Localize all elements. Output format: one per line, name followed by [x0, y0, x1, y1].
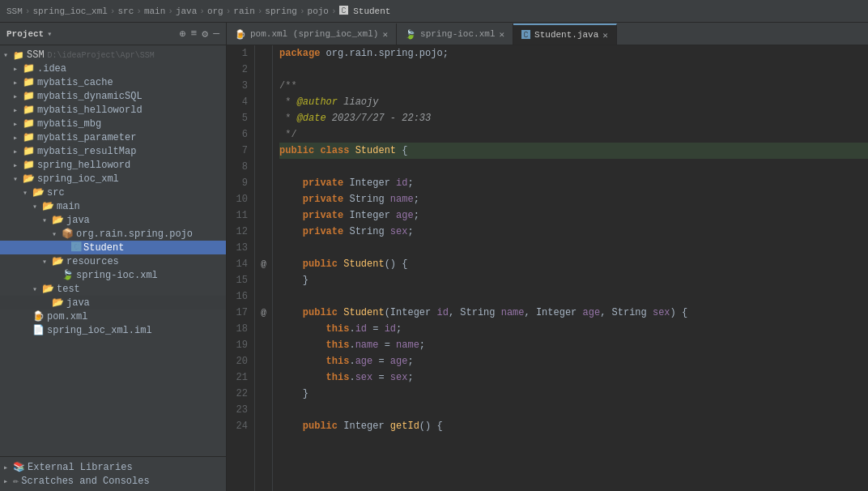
tabs-bar: 🍺 pom.xml (spring_ioc_xml) ✕ 🍃 spring-io… [227, 23, 868, 45]
scratches-label: Scratches and Consoles [21, 476, 149, 487]
scratches-icon: ✏ [13, 475, 19, 487]
student-tab-close[interactable]: ✕ [602, 30, 608, 41]
breadcrumb-rain: rain [233, 6, 254, 16]
resources-icon: 📂 [52, 255, 64, 267]
sidebar-item-java-test[interactable]: 📂 java [0, 296, 226, 310]
sidebar-header: Project ▾ ⊕ ≡ ⚙ — [0, 23, 226, 45]
code-line-10: private String name; [279, 191, 868, 207]
sidebar-item-iml[interactable]: 📄 spring_ioc_xml.iml [0, 323, 226, 337]
chevron-right-icon [3, 463, 13, 472]
code-line-11: private Integer age; [279, 207, 868, 224]
gutter-override-14[interactable]: @ [255, 256, 272, 272]
sidebar-title: Project [6, 29, 44, 39]
chevron-right-icon [13, 64, 23, 74]
mybatis-dynamicsql-label: mybatis_dynamicSQL [37, 91, 143, 102]
sidebar-item-spring-xml[interactable]: 🍃 spring-ioc.xml [0, 268, 226, 282]
chevron-down-icon [42, 257, 52, 267]
sidebar-item-mybatis-parameter[interactable]: 📁 mybatis_parameter [0, 130, 226, 144]
sidebar-item-package[interactable]: 📦 org.rain.spring.pojo [0, 227, 226, 241]
sidebar-item-student[interactable]: 🅲 Student [0, 241, 226, 254]
mybatis-resultmap-label: mybatis_resultMap [37, 146, 136, 157]
pom-tab-icon: 🍺 [235, 29, 246, 40]
code-line-1: package org.rain.spring.pojo; [279, 45, 868, 62]
mybatis-mbg-icon: 📁 [23, 117, 35, 130]
sidebar-item-idea[interactable]: 📁 .idea [0, 62, 226, 75]
mybatis-parameter-label: mybatis_parameter [37, 132, 136, 143]
sidebar-item-main[interactable]: 📂 main [0, 199, 226, 213]
sidebar-item-mybatis-dynamicsql[interactable]: 📁 mybatis_dynamicSQL [0, 89, 226, 103]
code-content[interactable]: package org.rain.spring.pojo; /** * @aut… [273, 45, 868, 491]
gutter-override-17[interactable]: @ [255, 305, 272, 321]
iml-label: spring_ioc_xml.iml [47, 325, 152, 336]
sidebar-item-external-libs[interactable]: 📚 External Libraries [0, 460, 226, 474]
pom-tab-close[interactable]: ✕ [382, 29, 388, 40]
spring-xml-tab-close[interactable]: ✕ [499, 29, 504, 40]
student-class-icon: 🅲 [71, 241, 81, 254]
breadcrumb-main: main [144, 6, 165, 16]
spring-ioc-xml-label: spring_ioc_xml [37, 173, 119, 185]
pom-icon: 🍺 [32, 310, 45, 322]
close-sidebar-icon[interactable]: — [213, 28, 219, 40]
mybatis-resultmap-icon: 📁 [23, 145, 35, 157]
mybatis-helloworld-icon: 📁 [23, 104, 35, 116]
chevron-right-icon [13, 147, 23, 156]
collapse-icon[interactable]: ≡ [191, 28, 198, 40]
mybatis-helloworld-label: mybatis_helloworld [37, 105, 143, 116]
code-editor[interactable]: 1 2 3 4 5 6 7 8 9 10 11 12 13 14 15 16 1… [227, 45, 868, 491]
package-icon: 📦 [62, 228, 74, 240]
sidebar-tree: 📁 SSM D:\ideaProject\Apr\SSM 📁 .idea 📁 m… [0, 45, 226, 456]
sidebar-item-test[interactable]: 📂 test [0, 282, 226, 296]
line-numbers: 1 2 3 4 5 6 7 8 9 10 11 12 13 14 15 16 1… [227, 45, 255, 491]
tab-pom[interactable]: 🍺 pom.xml (spring_ioc_xml) ✕ [227, 23, 397, 45]
chevron-down-icon [13, 174, 23, 184]
code-line-22: } [279, 386, 868, 402]
sidebar-item-spring-ioc-xml[interactable]: 📂 spring_ioc_xml [0, 172, 226, 186]
mybatis-cache-icon: 📁 [23, 76, 35, 88]
tab-spring-xml[interactable]: 🍃 spring-ioc.xml ✕ [397, 23, 513, 45]
breadcrumb-src: src [117, 6, 134, 16]
sidebar-item-java-src[interactable]: 📂 java [0, 213, 226, 227]
code-line-9: private Integer id; [279, 175, 868, 191]
code-line-14: public Student() { [279, 256, 868, 272]
test-icon: 📂 [42, 283, 54, 295]
sidebar-item-src[interactable]: 📂 src [0, 186, 226, 199]
settings-icon[interactable]: ⚙ [202, 28, 208, 41]
sidebar-item-spring-helloword[interactable]: 📁 spring_helloword [0, 158, 226, 172]
sidebar: Project ▾ ⊕ ≡ ⚙ — 📁 SSM D:\ideaProject\A… [0, 23, 227, 491]
code-line-19: this.name = name; [279, 337, 868, 353]
sidebar-dropdown-icon[interactable]: ▾ [47, 29, 52, 39]
breadcrumb-ssm: SSM [6, 6, 23, 16]
tab-student-java[interactable]: 🅲 Student.java ✕ [513, 23, 617, 45]
src-label: src [47, 187, 65, 199]
package-label: org.rain.spring.pojo [76, 228, 193, 240]
idea-label: .idea [37, 63, 66, 75]
mybatis-dynamicsql-icon: 📁 [23, 90, 35, 102]
ssm-label: SSM [27, 49, 45, 61]
main-icon: 📂 [42, 200, 54, 212]
idea-folder-icon: 📁 [23, 62, 35, 75]
chevron-down-icon [3, 50, 13, 60]
locate-icon[interactable]: ⊕ [180, 28, 186, 41]
ext-libs-icon: 📚 [13, 461, 25, 473]
sidebar-item-resources[interactable]: 📂 resources [0, 254, 226, 268]
spring-xml-tab-icon: 🍃 [405, 29, 416, 40]
code-line-3: /** [279, 78, 868, 94]
pom-tab-label: pom.xml (spring_ioc_xml) [250, 29, 378, 39]
sidebar-item-pom[interactable]: 🍺 pom.xml [0, 310, 226, 323]
chevron-down-icon [32, 202, 42, 211]
code-line-24: public Integer getId() { [279, 418, 868, 434]
test-label: test [57, 284, 80, 295]
sidebar-item-mybatis-mbg[interactable]: 📁 mybatis_mbg [0, 117, 226, 130]
sidebar-item-mybatis-cache[interactable]: 📁 mybatis_cache [0, 75, 226, 89]
sidebar-item-scratches[interactable]: ✏ Scratches and Consoles [0, 474, 226, 488]
chevron-right-icon [13, 78, 23, 88]
chevron-right-icon [13, 119, 23, 129]
chevron-right-icon [13, 133, 23, 143]
chevron-right-icon [13, 105, 23, 115]
sidebar-item-mybatis-helloworld[interactable]: 📁 mybatis_helloworld [0, 103, 226, 117]
sidebar-item-ssm[interactable]: 📁 SSM D:\ideaProject\Apr\SSM [0, 49, 226, 62]
code-line-23 [279, 402, 868, 418]
sidebar-item-mybatis-resultmap[interactable]: 📁 mybatis_resultMap [0, 144, 226, 158]
code-line-18: this.id = id; [279, 321, 868, 337]
main-layout: Project ▾ ⊕ ≡ ⚙ — 📁 SSM D:\ideaProject\A… [0, 23, 868, 491]
